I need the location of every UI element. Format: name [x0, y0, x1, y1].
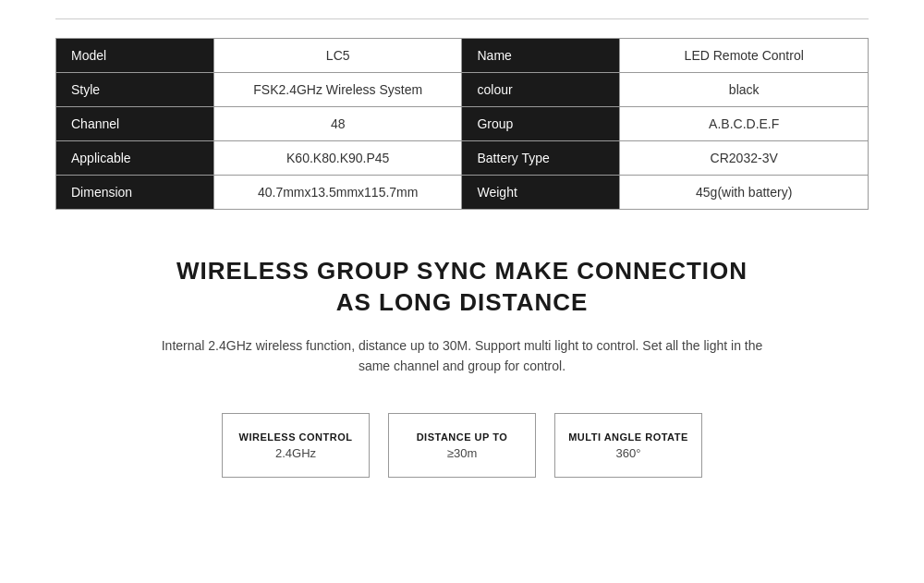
spec-value: 40.7mmx13.5mmx115.7mm — [213, 176, 462, 210]
spec-label: Dimension — [56, 176, 214, 210]
spec-label: Weight — [462, 176, 620, 210]
feature-box: DISTANCE UP TO≥30m — [388, 413, 536, 478]
top-divider — [55, 18, 869, 19]
spec-label: Battery Type — [462, 141, 620, 176]
feature-value: ≥30m — [447, 446, 477, 460]
spec-value: LC5 — [213, 39, 462, 73]
heading-line2: AS LONG DISTANCE — [336, 288, 589, 316]
spec-label: colour — [462, 73, 620, 107]
feature-box: MULTI ANGLE ROTATE360° — [554, 413, 702, 478]
spec-label: Name — [462, 39, 620, 73]
spec-label: Applicable — [56, 141, 214, 176]
spec-value: LED Remote Control — [620, 39, 869, 73]
table-row: ModelLC5NameLED Remote Control — [56, 39, 869, 73]
table-row: Dimension40.7mmx13.5mmx115.7mmWeight45g(… — [56, 176, 869, 210]
feature-value: 2.4GHz — [275, 446, 316, 460]
table-row: ApplicableK60.K80.K90.P45Battery TypeCR2… — [56, 141, 869, 176]
spec-label: Group — [462, 107, 620, 141]
table-row: StyleFSK2.4GHz Wireless Systemcolourblac… — [56, 73, 869, 107]
feature-boxes: WIRELESS CONTROL2.4GHzDISTANCE UP TO≥30m… — [55, 413, 869, 478]
page-container: ModelLC5NameLED Remote ControlStyleFSK2.… — [55, 18, 869, 478]
heading-title: WIRELESS GROUP SYNC MAKE CONNECTION AS L… — [55, 256, 869, 319]
spec-value: black — [620, 73, 869, 107]
spec-value: K60.K80.K90.P45 — [213, 141, 462, 176]
specs-table: ModelLC5NameLED Remote ControlStyleFSK2.… — [55, 38, 869, 210]
table-row: Channel48GroupA.B.C.D.E.F — [56, 107, 869, 141]
spec-value: FSK2.4GHz Wireless System — [213, 73, 462, 107]
feature-title: MULTI ANGLE ROTATE — [568, 431, 688, 443]
spec-value: 48 — [213, 107, 462, 141]
spec-label: Style — [56, 73, 214, 107]
description-text: Internal 2.4GHz wireless function, dista… — [148, 335, 776, 377]
spec-label: Channel — [56, 107, 214, 141]
feature-title: WIRELESS CONTROL — [239, 431, 353, 443]
feature-title: DISTANCE UP TO — [417, 431, 508, 443]
spec-value: 45g(with battery) — [620, 176, 869, 210]
heading-line1: WIRELESS GROUP SYNC MAKE CONNECTION — [176, 257, 748, 285]
spec-value: CR2032-3V — [620, 141, 869, 176]
feature-value: 360° — [616, 446, 641, 460]
spec-value: A.B.C.D.E.F — [620, 107, 869, 141]
feature-box: WIRELESS CONTROL2.4GHz — [222, 413, 370, 478]
spec-label: Model — [56, 39, 214, 73]
heading-section: WIRELESS GROUP SYNC MAKE CONNECTION AS L… — [55, 256, 869, 319]
